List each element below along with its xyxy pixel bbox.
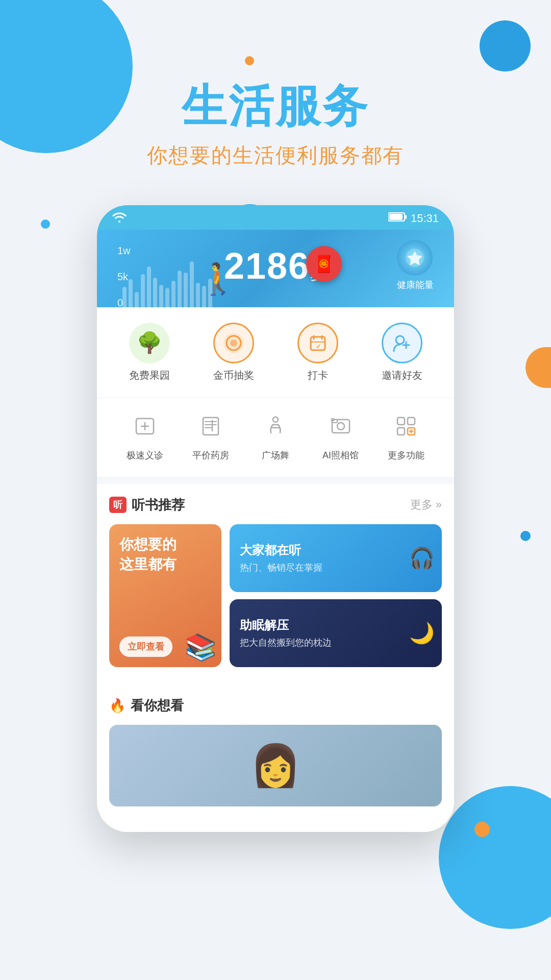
watch-preview-person: 👩	[250, 742, 301, 790]
watch-preview: 👩	[109, 725, 442, 806]
watch-section: 🔥 看你想看 👩	[97, 684, 454, 817]
step-banner: 1w 5k 0	[97, 230, 454, 307]
svg-rect-1	[389, 214, 403, 220]
fire-icon: 🔥	[109, 698, 126, 714]
card-right-top-subtitle: 热门、畅销尽在掌握	[240, 561, 432, 574]
free-garden-label: 免费果园	[129, 369, 170, 382]
health-icon	[397, 240, 433, 276]
walker-figure: 🚶	[199, 261, 237, 297]
invite-icon	[382, 323, 422, 363]
quick-icons-row: 🌳 免费果园 金币抽奖	[97, 307, 454, 398]
card-left-button[interactable]: 立即查看	[119, 636, 172, 657]
invite-label: 邀请好友	[382, 369, 422, 382]
wifi-icon	[112, 211, 127, 226]
card-right-bottom-title: 助眠解压	[240, 617, 432, 633]
status-right: 15:31	[388, 212, 439, 225]
status-bar: 15:31	[97, 205, 454, 230]
quick-item-coin-lottery[interactable]: 金币抽奖	[213, 323, 254, 382]
card-right-bottom-illo: 🌙	[409, 621, 435, 645]
svg-rect-2	[405, 215, 407, 219]
func-ai-photo[interactable]: AI照相馆	[322, 408, 359, 461]
listen-card-right-bottom[interactable]: 助眠解压 把大自然搬到您的枕边 🌙	[230, 599, 442, 667]
listen-card-right-top[interactable]: 大家都在听 热门、畅销尽在掌握 🎧	[230, 524, 442, 592]
card-right-top-illo: 🎧	[409, 546, 435, 570]
svg-rect-27	[408, 418, 415, 425]
watch-title: 看你想看	[131, 697, 184, 715]
card-left-text: 你想要的 这里都有	[119, 534, 211, 574]
svg-point-21	[273, 417, 278, 422]
listen-section-header: 听 听书推荐 更多 »	[109, 496, 442, 514]
health-energy: 健康能量	[397, 240, 434, 291]
fast-clinic-label: 极速义诊	[127, 449, 163, 461]
time-display: 15:31	[411, 212, 439, 225]
battery-icon	[388, 212, 407, 225]
free-garden-icon: 🌳	[129, 323, 170, 363]
phone-wrapper: 15:31 1w 5k 0	[0, 205, 551, 832]
chart-label-1w: 1w	[117, 245, 131, 257]
func-grid: 极速义诊 平价药房	[97, 398, 454, 477]
more-label: 更多功能	[388, 449, 424, 461]
checkin-label: 打卡	[308, 369, 328, 382]
checkin-icon: ✓	[297, 323, 338, 363]
coin-lottery-label: 金币抽奖	[213, 369, 254, 382]
square-dance-icon	[258, 408, 293, 444]
svg-rect-19	[203, 418, 218, 435]
svg-point-23	[337, 423, 344, 430]
svg-text:✓: ✓	[316, 343, 321, 350]
hero-subtitle: 你想要的生活便利服务都有	[0, 141, 551, 169]
card-right-bottom-subtitle: 把大自然搬到您的枕边	[240, 636, 432, 649]
pharmacy-label: 平价药房	[192, 449, 229, 461]
watch-header: 🔥 看你想看	[109, 697, 442, 715]
more-icon	[388, 408, 424, 444]
card-left-illustration: 📚	[185, 632, 216, 662]
func-fast-clinic[interactable]: 极速义诊	[127, 408, 163, 461]
listen-title-icon: 听	[109, 497, 127, 513]
func-square-dance[interactable]: 广场舞	[258, 408, 293, 461]
svg-point-7	[230, 339, 237, 347]
quick-item-checkin[interactable]: ✓ 打卡	[297, 323, 338, 382]
phone-bottom	[97, 817, 454, 832]
square-dance-label: 广场舞	[262, 449, 289, 461]
svg-point-13	[396, 336, 404, 344]
svg-rect-26	[397, 418, 405, 425]
quick-item-invite[interactable]: 邀请好友	[382, 323, 422, 382]
ai-photo-icon	[323, 408, 359, 444]
listen-title-text: 听书推荐	[132, 496, 185, 514]
fast-clinic-icon	[127, 408, 163, 444]
quick-item-free-garden[interactable]: 🌳 免费果园	[129, 323, 170, 382]
listen-more-link[interactable]: 更多 »	[410, 497, 442, 512]
func-pharmacy[interactable]: 平价药房	[192, 408, 229, 461]
listen-card-left[interactable]: 你想要的 这里都有 立即查看 📚	[109, 524, 221, 667]
listen-section: 听 听书推荐 更多 » 你想要的 这里都有 立即查看 📚	[97, 484, 454, 677]
func-more[interactable]: 更多功能	[388, 408, 424, 461]
section-divider-1	[97, 477, 454, 484]
listen-section-title: 听 听书推荐	[109, 496, 185, 514]
svg-rect-24	[332, 420, 337, 423]
bg-dot-orange3	[474, 822, 490, 837]
hero-title: 生活服务	[0, 82, 551, 131]
svg-rect-22	[332, 420, 349, 433]
pharmacy-icon	[193, 408, 229, 444]
health-text: 健康能量	[397, 279, 434, 291]
listen-cards: 你想要的 这里都有 立即查看 📚 大家都在听 热门、畅销尽在掌握 🎧 助眠解压	[109, 524, 442, 667]
redpacket-icon[interactable]: 🧧	[306, 246, 342, 282]
svg-rect-28	[397, 428, 405, 435]
coin-lottery-icon	[213, 323, 254, 363]
card-right-top-title: 大家都在听	[240, 542, 432, 558]
hero-section: 生活服务 你想要的生活便利服务都有	[0, 0, 551, 190]
ai-photo-label: AI照相馆	[322, 449, 359, 461]
listen-cards-right: 大家都在听 热门、畅销尽在掌握 🎧 助眠解压 把大自然搬到您的枕边 🌙	[230, 524, 442, 667]
phone-mockup: 15:31 1w 5k 0	[97, 205, 454, 832]
